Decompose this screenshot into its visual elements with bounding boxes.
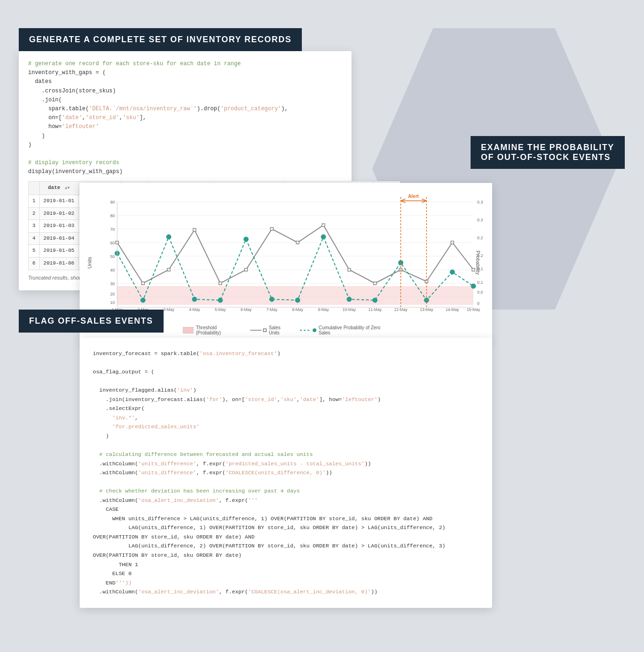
code-b-17: ELSE 0 [93,570,132,576]
svg-text:10: 10 [110,300,115,305]
code-line-5: .join( [28,97,62,103]
svg-rect-49 [322,224,325,227]
legend-threshold-label: Threshold (Probability) [196,325,241,335]
code-block-large: inventory_forecast = spark.table('osa.in… [80,338,492,608]
svg-point-57 [141,298,145,303]
svg-point-66 [373,298,377,303]
panel-code-bottom: inventory_forecast = spark.table('osa.in… [80,338,492,608]
code-b-4: .join(inventory_forecast.alias('for'), o… [93,396,381,402]
svg-text:0.1: 0.1 [477,280,483,285]
svg-point-63 [295,298,300,303]
panel-4-title: FLAG OFF-SALES EVENTS [19,310,164,333]
svg-text:20: 20 [110,292,115,296]
y-axis-right-label: Probability [475,250,480,274]
svg-point-60 [218,298,223,303]
svg-text:40: 40 [110,268,115,273]
svg-text:7-May: 7-May [266,307,277,312]
code-block-1: # generate one record for each store-sku… [28,60,342,176]
panel-flag-sales: FLAG OFF-SALES EVENTS [19,310,164,333]
panel-1-title: GENERATE A COMPLETE SET OF INVENTORY REC… [19,28,302,51]
code-b-8: ) [93,433,109,439]
code-b-comment2: # check whether deviation has been incre… [93,488,300,494]
svg-point-70 [471,284,476,288]
code-b-2: osa_flag_output = ( [93,369,154,375]
svg-text:10-May: 10-May [343,307,356,312]
svg-text:90: 90 [110,200,115,205]
svg-point-59 [192,297,197,302]
legend-cumulative-line [300,330,311,331]
svg-text:0.3: 0.3 [477,218,483,222]
code-line-6: spark.table('DELTA.`/mnt/osa/inventory_r… [28,106,288,112]
legend-cumulative-label: Cumulative Probablity of Zero Sales [319,325,389,335]
code-b-1: inventory_forecast = spark.table('osa.in… [93,350,280,356]
svg-text:12-May: 12-May [394,307,408,312]
y-axis-left-label: Units [87,257,92,268]
code-b-7: 'for.predicted_sales_units' [93,424,200,430]
svg-point-64 [321,235,326,239]
page-wrapper: GENERATE A COMPLETE SET OF INVENTORY REC… [0,0,644,652]
chart-legend: Threshold (Probability) Sales Units Cumu… [183,325,389,335]
svg-text:8-May: 8-May [292,307,303,312]
svg-text:0.35: 0.35 [477,200,483,205]
code-line-7: on=['date','store_id','sku'], [28,114,146,121]
svg-point-69 [450,270,455,274]
panel-examine-probability: EXAMINE THE PROBABILITY OF OUT-OF-STOCK … [471,136,630,169]
col-header-num [29,182,40,195]
svg-rect-54 [451,241,454,244]
svg-text:50: 50 [110,254,115,259]
svg-text:6-May: 6-May [240,307,252,312]
svg-text:9-May: 9-May [318,307,329,312]
legend-sales-line [250,330,262,331]
code-b-15: LAG(units_difference, 2) OVER(PARTITION … [93,543,445,558]
svg-rect-42 [142,282,144,285]
svg-point-58 [166,235,171,239]
svg-text:15-May: 15-May [467,307,480,312]
code-b-18: END''')) [93,580,132,586]
svg-text:3-May: 3-May [163,307,174,312]
svg-text:0.25: 0.25 [477,235,483,240]
svg-text:0: 0 [477,301,479,306]
code-line-4: .crossJoin(store_skus) [28,88,116,94]
legend-threshold-box [183,327,194,334]
code-line-8: how='leftouter' [28,123,99,130]
code-b-3: inventory_flagged.alias('inv') [93,387,196,393]
svg-text:70: 70 [110,227,115,232]
svg-rect-46 [245,268,247,271]
code-b-6: 'inv.*', [93,415,138,421]
svg-text:14-May: 14-May [446,307,459,312]
legend-cumulative: Cumulative Probablity of Zero Sales [300,325,389,335]
svg-text:60: 60 [110,241,115,245]
code-comment-1: # generate one record for each store-sku… [28,61,241,67]
code-line-2: inventory_with_gaps = ( [28,69,106,76]
svg-text:0.05: 0.05 [477,290,483,295]
svg-text:Alert: Alert [408,194,419,199]
code-b-19: .withColumn('osa_alert_inc_deviation', f… [93,589,377,595]
code-line-9: ) [28,133,45,139]
code-b-5: .selectExpr( [93,405,144,411]
svg-point-61 [244,237,248,242]
svg-rect-55 [472,268,475,271]
svg-text:30: 30 [110,281,115,286]
code-b-13: WHEN units_difference > LAG(units_differ… [93,516,433,522]
svg-rect-43 [167,268,170,271]
svg-rect-50 [348,268,351,271]
svg-text:5-May: 5-May [215,307,226,312]
code-b-9: .withColumn('units_difference', f.expr('… [93,461,371,467]
svg-text:11-May: 11-May [368,307,382,312]
svg-rect-0 [117,286,473,305]
code-b-comment1: # calculating difference between forecas… [93,451,313,457]
svg-rect-44 [193,228,196,231]
code-b-16: THEN 1 [93,561,138,568]
svg-rect-47 [270,227,273,230]
code-b-11: .withColumn('osa_alert_inc_deviation', f… [93,497,258,503]
svg-point-65 [347,297,352,302]
code-comment-2: # display inventory records [28,159,119,166]
legend-sales: Sales Units [250,325,291,335]
code-b-14: LAG(units_difference, 1) OVER(PARTITION … [93,524,445,540]
code-line-10: ) [28,142,31,148]
code-line-12: display(inventory_with_gaps) [28,168,123,175]
svg-rect-51 [374,282,376,285]
legend-cumulative-dot [313,328,316,332]
legend-sales-square [263,328,267,332]
svg-text:13-May: 13-May [420,307,434,312]
